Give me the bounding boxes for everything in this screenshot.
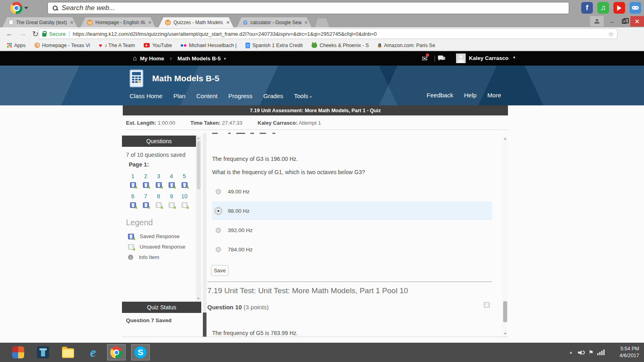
tab-close-icon[interactable]: × (226, 19, 229, 25)
music-icon[interactable]: ♫ (597, 2, 609, 14)
action-center-flag-icon[interactable]: ⚑ (588, 343, 594, 362)
tab-close-icon[interactable]: × (148, 19, 151, 25)
saved-response-icon (143, 202, 149, 208)
messages-button[interactable]: ✉ (422, 55, 427, 63)
bookmark-flickr[interactable]: Michael Hesselbach | (181, 43, 237, 48)
scroll-thumb[interactable] (197, 141, 200, 189)
user-dropdown-caret[interactable]: ▾ (513, 55, 515, 60)
network-signal-icon[interactable] (597, 350, 605, 355)
radio-checked-icon[interactable] (216, 208, 221, 214)
question-link-6[interactable]: 6 (131, 193, 134, 200)
taskbar-skype[interactable]: S (131, 344, 150, 360)
bookmark-cheeks-phoenix[interactable]: Cheeks & Phoenix - S (312, 43, 369, 48)
nav-class-home[interactable]: Class Home (130, 93, 163, 99)
tab-close-icon[interactable]: × (70, 19, 73, 25)
course-dropdown-caret[interactable]: ▾ (224, 56, 226, 61)
tab-homepage-english[interactable]: B Homepage - English IIIA × (80, 17, 155, 27)
facebook-icon[interactable]: f (581, 2, 593, 14)
new-tab-button[interactable] (315, 19, 329, 27)
breadcrumb-course[interactable]: Math Models B-5 (178, 56, 221, 62)
answer-option-3[interactable]: 392.00 Hz (212, 221, 492, 239)
bookmark-homepage-texas[interactable]: BHomepage - Texas Vi (35, 43, 90, 48)
taskbar-app-1[interactable] (9, 344, 27, 360)
radio-icon[interactable] (216, 189, 221, 194)
chrome-logo-icon[interactable] (10, 2, 23, 14)
question-link-3[interactable]: 3 (157, 173, 160, 179)
question-link-2[interactable]: 2 (144, 173, 147, 179)
question-link-7[interactable]: 7 (144, 193, 147, 200)
scroll-thumb[interactable] (503, 301, 507, 322)
answer-option-4[interactable]: 784.00 Hz (212, 240, 492, 259)
bookmark-spanish-extra-credit[interactable]: Spanish 1 Extra Credit (246, 43, 303, 48)
forward-button[interactable]: → (19, 29, 27, 38)
secure-lock-icon[interactable] (42, 33, 46, 37)
chat-bubble-icon (438, 56, 443, 60)
question-link-9[interactable]: 9 (170, 193, 173, 200)
scroll-up-arrow[interactable]: ▲ (197, 136, 200, 140)
question-link-1[interactable]: 1 (131, 173, 134, 179)
taskbar-chrome[interactable] (107, 344, 126, 360)
refresh-button[interactable]: ↻ (32, 29, 39, 39)
back-button[interactable]: ← (6, 29, 13, 38)
scroll-down-arrow[interactable]: ▼ (504, 332, 507, 335)
breadcrumb-my-home[interactable]: My Home (140, 56, 164, 62)
nav-help[interactable]: Help (464, 92, 477, 99)
nav-tools[interactable]: Tools▿ (294, 93, 312, 99)
web-search-box[interactable]: Search the web... (47, 2, 569, 14)
tab-quizzes-math-models[interactable]: B Quizzes - Math Models B × (159, 17, 233, 27)
url-text[interactable]: https://learning.k12.com/d2l/lms/quizzin… (73, 31, 605, 37)
time-taken: Time Taken: 27:47:33 (190, 120, 242, 126)
bookmark-star-icon[interactable]: ☆ (608, 30, 614, 38)
user-avatar[interactable] (456, 53, 466, 63)
tab-close-icon[interactable]: × (304, 19, 308, 25)
profile-button[interactable] (590, 16, 604, 27)
nav-more[interactable]: More (487, 92, 501, 99)
scroll-up-arrow[interactable]: ▲ (504, 137, 507, 140)
bookmark-amazon-paris[interactable]: aAmazon.com: Paris Se (378, 43, 435, 48)
nav-plan[interactable]: Plan (173, 93, 186, 99)
nav-feedback[interactable]: Feedback (427, 92, 453, 99)
answer-option-2-selected[interactable]: 98.00 Hz (212, 202, 492, 220)
breadcrumb-separator: › (170, 55, 172, 62)
answer-option-1[interactable]: 49.00 Hz (212, 182, 492, 201)
minimize-button[interactable]: – (606, 16, 617, 27)
taskbar-file-explorer[interactable] (59, 344, 77, 360)
close-window-button[interactable]: ✕ (630, 16, 644, 27)
chrome-logo-dropdown-caret[interactable] (24, 7, 28, 9)
inner-left-scrollbar[interactable] (203, 133, 206, 337)
saved-response-icon (143, 182, 149, 188)
nav-content[interactable]: Content (196, 93, 218, 99)
question-link-5[interactable]: 5 (183, 173, 186, 179)
content-scrollbar[interactable]: ▲ ▼ (502, 136, 508, 337)
bookmark-the-a-team[interactable]: ♥♪ The A Team (99, 42, 135, 49)
scroll-down-arrow[interactable]: ▼ (197, 297, 200, 300)
bookmarks-bar: Apps BHomepage - Texas Vi ♥♪ The A Team … (0, 40, 644, 51)
volume-icon[interactable] (578, 350, 584, 355)
tab-calculator-google[interactable]: G calculator - Google Searc × (237, 17, 312, 27)
show-hidden-icons[interactable]: ▲ (569, 343, 573, 362)
nav-grades[interactable]: Grades (263, 93, 283, 99)
question-link-4[interactable]: 4 (170, 173, 173, 179)
question-link-10[interactable]: 10 (181, 193, 188, 200)
radio-icon[interactable] (216, 247, 221, 252)
taskbar-clock[interactable]: 5:54 PM 4/6/2017 (608, 346, 639, 359)
tab-great-gatsby[interactable]: The Great Gatsby (text).p × (2, 17, 77, 27)
question-cell: 7 (139, 193, 152, 208)
youtube-icon[interactable] (613, 2, 625, 14)
clock-time: 5:54 PM (608, 346, 639, 352)
bookmark-apps[interactable]: Apps (7, 43, 26, 48)
user-menu[interactable]: Kaley Carrasco (469, 55, 508, 61)
question-link-8[interactable]: 8 (157, 193, 160, 200)
restore-button[interactable] (618, 16, 630, 27)
radio-icon[interactable] (216, 228, 221, 233)
chat-button[interactable] (438, 56, 445, 61)
taskbar-app-2[interactable] (34, 344, 52, 360)
save-button[interactable]: Save (211, 265, 229, 276)
scroll-thumb[interactable] (203, 313, 206, 337)
nav-progress[interactable]: Progress (228, 93, 252, 99)
taskbar-internet-explorer[interactable]: e (84, 344, 102, 360)
address-bar[interactable]: Secure | https://learning.k12.com/d2l/lm… (39, 29, 617, 39)
sidebar-scrollbar[interactable]: ▲ ▼ (196, 136, 201, 301)
bookmark-youtube[interactable]: YouTube (144, 43, 172, 48)
games-icon[interactable] (630, 2, 641, 14)
